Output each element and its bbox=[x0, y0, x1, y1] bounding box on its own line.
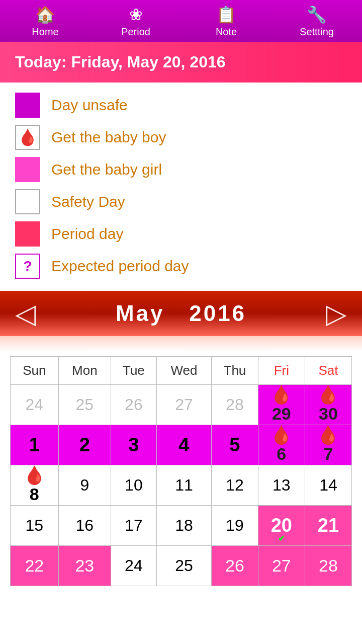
table-row: 22 23 24 25 26 27 28 bbox=[11, 546, 352, 586]
cal-day-28-prev[interactable]: 28 bbox=[212, 385, 258, 425]
drop-icon: 🩸 bbox=[23, 466, 46, 485]
navbar: 🏠 Home ❀ Period 📋 Note 🔧 Settting bbox=[0, 0, 362, 42]
legend-baby-boy: 🩸 Get the baby boy bbox=[15, 125, 347, 150]
cal-day-18[interactable]: 18 bbox=[156, 506, 211, 546]
legend-baby-girl: Get the baby girl bbox=[15, 157, 347, 182]
col-thu: Thu bbox=[212, 357, 258, 385]
legend-box-boy: 🩸 bbox=[15, 125, 40, 150]
nav-settings-label: Settting bbox=[300, 26, 334, 38]
legend-box-expected: ? bbox=[15, 254, 40, 279]
col-tue: Tue bbox=[111, 357, 157, 385]
cal-day-4[interactable]: 4 bbox=[156, 425, 211, 465]
col-sat: Sat bbox=[305, 357, 351, 385]
legend-expected-period: ? Expected period day bbox=[15, 254, 347, 279]
calendar-table: Sun Mon Tue Wed Thu Fri Sat 24 25 26 27 … bbox=[10, 356, 352, 586]
nav-period[interactable]: ❀ Period bbox=[116, 5, 156, 38]
cal-day-24-prev[interactable]: 24 bbox=[11, 385, 59, 425]
period-icon: ❀ bbox=[129, 5, 143, 24]
cal-day-13[interactable]: 13 bbox=[258, 465, 305, 506]
nav-settings[interactable]: 🔧 Settting bbox=[297, 5, 337, 38]
cal-day-16[interactable]: 16 bbox=[58, 506, 111, 546]
legend-label-boy: Get the baby boy bbox=[51, 129, 166, 146]
table-row: 15 16 17 18 19 20 ✔ 21 bbox=[11, 506, 352, 546]
day-num: 7 bbox=[323, 444, 333, 464]
cal-day-17[interactable]: 17 bbox=[111, 506, 157, 546]
col-sun: Sun bbox=[11, 357, 59, 385]
prev-month-button[interactable]: ◁ bbox=[15, 300, 36, 327]
note-icon: 📋 bbox=[216, 5, 236, 24]
drop-icon: 🩸 bbox=[270, 386, 293, 404]
cal-day-6[interactable]: 🩸 6 bbox=[258, 425, 305, 465]
home-icon: 🏠 bbox=[35, 5, 55, 24]
day-num: 30 bbox=[319, 404, 338, 424]
legend-label-expected: Expected period day bbox=[51, 258, 189, 275]
cal-day-9[interactable]: 9 bbox=[58, 465, 111, 506]
calendar-header-row: Sun Mon Tue Wed Thu Fri Sat bbox=[11, 357, 352, 385]
table-row: 1 2 3 4 5 🩸 6 🩸 7 bbox=[11, 425, 352, 465]
legend-box-safety bbox=[15, 189, 40, 214]
cal-day-21[interactable]: 21 bbox=[305, 506, 351, 546]
table-row: 24 25 26 27 28 🩸 29 🩸 30 bbox=[11, 385, 352, 425]
cal-day-30[interactable]: 🩸 30 bbox=[305, 385, 351, 425]
cal-day-28[interactable]: 28 bbox=[305, 546, 351, 586]
day-num: 29 bbox=[272, 404, 291, 424]
legend-day-unsafe: Day unsafe bbox=[15, 93, 347, 118]
col-wed: Wed bbox=[156, 357, 211, 385]
cal-day-8[interactable]: 🩸 8 bbox=[11, 465, 59, 506]
table-row: 🩸 8 9 10 11 12 13 14 bbox=[11, 465, 352, 506]
settings-icon: 🔧 bbox=[307, 5, 327, 24]
cal-day-27-prev[interactable]: 27 bbox=[156, 385, 211, 425]
next-month-button[interactable]: ▷ bbox=[326, 300, 347, 327]
calendar-wrap: Sun Mon Tue Wed Thu Fri Sat 24 25 26 27 … bbox=[0, 351, 362, 586]
nav-period-label: Period bbox=[121, 26, 150, 38]
cal-day-3[interactable]: 3 bbox=[111, 425, 157, 465]
nav-note[interactable]: 📋 Note bbox=[206, 5, 246, 38]
cal-day-14[interactable]: 14 bbox=[305, 465, 351, 506]
cal-day-25-prev[interactable]: 25 bbox=[58, 385, 111, 425]
nav-note-label: Note bbox=[216, 26, 237, 38]
cal-day-7[interactable]: 🩸 7 bbox=[305, 425, 351, 465]
cal-day-26-prev[interactable]: 26 bbox=[111, 385, 157, 425]
cal-day-10[interactable]: 10 bbox=[111, 465, 157, 506]
legend-box-unsafe bbox=[15, 93, 40, 118]
today-banner: Today: Friday, May 20, 2016 bbox=[0, 42, 362, 83]
nav-home-label: Home bbox=[32, 26, 58, 38]
col-mon: Mon bbox=[58, 357, 111, 385]
legend-label-girl: Get the baby girl bbox=[51, 161, 162, 178]
cal-day-5[interactable]: 5 bbox=[212, 425, 258, 465]
cal-day-24[interactable]: 24 bbox=[111, 546, 157, 586]
legend-period-day: Period day bbox=[15, 221, 347, 247]
cal-day-20-today[interactable]: 20 ✔ bbox=[258, 506, 305, 546]
day-num: 20 bbox=[271, 515, 292, 536]
legend-label-safety: Safety Day bbox=[51, 193, 125, 210]
cal-day-12[interactable]: 12 bbox=[212, 465, 258, 506]
legend-box-girl bbox=[15, 157, 40, 182]
drop-icon: 🩸 bbox=[317, 386, 339, 404]
drop-icon: 🩸 bbox=[270, 426, 293, 444]
legend: Day unsafe 🩸 Get the baby boy Get the ba… bbox=[0, 83, 362, 291]
calendar-month-year: May 2016 bbox=[116, 301, 246, 326]
cal-day-23[interactable]: 23 bbox=[58, 546, 111, 586]
legend-label-unsafe: Day unsafe bbox=[51, 97, 128, 114]
nav-home[interactable]: 🏠 Home bbox=[25, 5, 65, 38]
cal-day-22[interactable]: 22 bbox=[11, 546, 59, 586]
cal-day-19[interactable]: 19 bbox=[212, 506, 258, 546]
day-num: 8 bbox=[30, 485, 39, 504]
calendar-fade bbox=[0, 336, 362, 351]
cal-day-25[interactable]: 25 bbox=[156, 546, 211, 586]
today-text: Today: Friday, May 20, 2016 bbox=[15, 53, 226, 71]
legend-safety-day: Safety Day bbox=[15, 189, 347, 214]
drop-icon: 🩸 bbox=[317, 426, 339, 444]
cal-day-1[interactable]: 1 bbox=[11, 425, 59, 465]
cal-day-26[interactable]: 26 bbox=[212, 546, 258, 586]
legend-label-period: Period day bbox=[51, 225, 123, 243]
cal-day-11[interactable]: 11 bbox=[156, 465, 211, 506]
cal-day-15[interactable]: 15 bbox=[11, 506, 59, 546]
cal-day-27[interactable]: 27 bbox=[258, 546, 305, 586]
calendar-nav: ◁ May 2016 ▷ bbox=[0, 291, 362, 336]
cal-day-2[interactable]: 2 bbox=[58, 425, 111, 465]
col-fri: Fri bbox=[258, 357, 305, 385]
legend-box-period bbox=[15, 221, 40, 247]
cal-day-29[interactable]: 🩸 29 bbox=[258, 385, 305, 425]
day-num: 6 bbox=[277, 444, 286, 464]
